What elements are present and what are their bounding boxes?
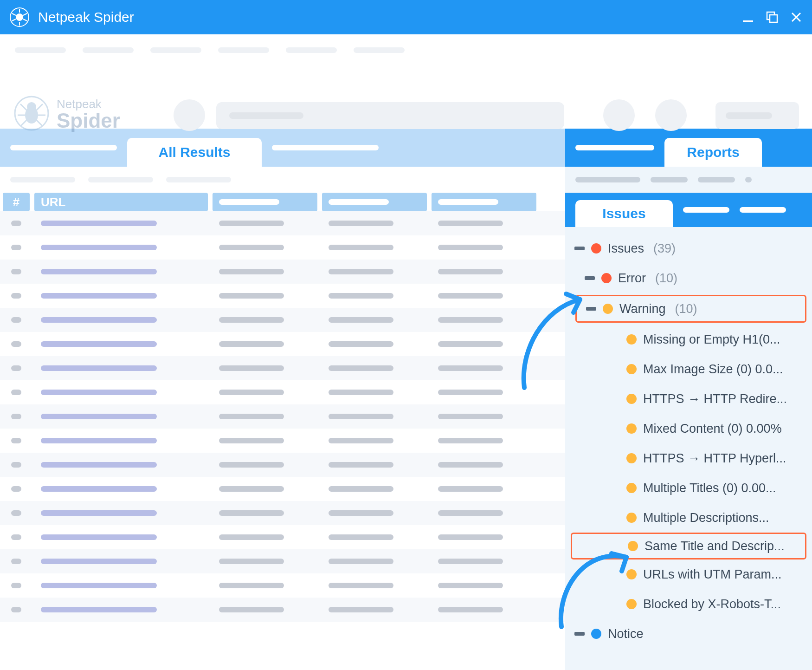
collapse-icon[interactable] xyxy=(574,247,585,250)
table-row[interactable] xyxy=(0,235,565,260)
error-dot-icon xyxy=(591,243,601,254)
issues-tab-bar: Issues xyxy=(565,193,812,227)
row-num xyxy=(3,481,30,497)
tab-placeholder[interactable] xyxy=(740,207,786,213)
tab-reports[interactable]: Reports xyxy=(664,138,762,167)
toolbar-button-placeholder[interactable] xyxy=(603,99,635,131)
tree-item-label: Missing or Empty H1(0... xyxy=(643,332,780,347)
table-row[interactable] xyxy=(0,404,565,429)
row-cell xyxy=(213,481,317,497)
row-cell xyxy=(432,553,536,570)
tree-root-issues[interactable]: Issues (39) xyxy=(571,234,806,263)
results-panel: All Results # URL xyxy=(0,129,565,670)
table-row[interactable] xyxy=(0,573,565,598)
toolbar-dropdown-placeholder[interactable] xyxy=(715,102,799,129)
table-header-row: # URL xyxy=(0,193,565,211)
url-input-placeholder[interactable] xyxy=(216,102,564,129)
tree-item-warning[interactable]: Multiple Descriptions... xyxy=(571,503,806,533)
row-cell xyxy=(213,215,317,232)
row-cell xyxy=(213,456,317,473)
table-row[interactable] xyxy=(0,453,565,477)
side-tab-bar: Reports xyxy=(565,129,812,167)
collapse-icon[interactable] xyxy=(586,307,596,311)
table-row[interactable] xyxy=(0,380,565,404)
row-cell xyxy=(432,336,536,352)
minimize-button[interactable] xyxy=(741,11,754,24)
tree-item-warning[interactable]: Mixed Content (0) 0.00% xyxy=(571,414,806,443)
row-num xyxy=(3,505,30,521)
brand-text-bottom: Spider xyxy=(57,111,120,130)
tree-item-warning[interactable]: Blocked by X-Robots-T... xyxy=(571,589,806,619)
row-url xyxy=(34,601,208,618)
tree-node-error[interactable]: Error (10) xyxy=(571,263,806,293)
collapse-icon[interactable] xyxy=(574,632,585,636)
row-num xyxy=(3,456,30,473)
tab-placeholder[interactable] xyxy=(272,145,379,150)
table-row[interactable] xyxy=(0,477,565,501)
warning-dot-icon xyxy=(626,483,637,493)
tree-item-label: Blocked by X-Robots-T... xyxy=(643,597,781,611)
toolbar-button-placeholder[interactable] xyxy=(655,99,687,131)
table-row[interactable] xyxy=(0,308,565,332)
table-row[interactable] xyxy=(0,260,565,284)
row-cell xyxy=(322,408,427,425)
tree-node-notice[interactable]: Notice xyxy=(571,619,806,649)
row-cell xyxy=(322,215,427,232)
results-filter-bar xyxy=(0,167,565,193)
tree-item-warning[interactable]: HTTPS → HTTP Redire... xyxy=(571,384,806,414)
error-dot-icon xyxy=(601,273,612,283)
tree-item-warning[interactable]: Max Image Size (0) 0.0... xyxy=(571,354,806,384)
maximize-button[interactable] xyxy=(766,11,779,24)
warning-dot-icon xyxy=(626,599,637,609)
tab-placeholder[interactable] xyxy=(575,145,654,150)
tab-all-results[interactable]: All Results xyxy=(127,138,262,167)
row-cell xyxy=(432,601,536,618)
row-num xyxy=(3,553,30,570)
tab-issues[interactable]: Issues xyxy=(575,200,673,227)
row-cell xyxy=(213,360,317,377)
toolbar-button-placeholder[interactable] xyxy=(174,99,205,131)
table-header-col[interactable] xyxy=(432,193,536,211)
row-num xyxy=(3,239,30,256)
tree-item-warning[interactable]: HTTPS → HTTP Hyperl... xyxy=(571,443,806,473)
row-cell xyxy=(213,577,317,594)
table-header-url[interactable]: URL xyxy=(34,193,208,211)
spider-logo-icon xyxy=(13,95,50,132)
svg-rect-2 xyxy=(743,20,753,22)
warning-dot-icon xyxy=(628,541,638,551)
table-row[interactable] xyxy=(0,549,565,573)
warning-dot-icon xyxy=(626,394,637,404)
table-row[interactable] xyxy=(0,211,565,235)
tree-item-warning[interactable]: Same Title and Descrip... xyxy=(571,533,806,559)
table-row[interactable] xyxy=(0,598,565,622)
row-url xyxy=(34,312,208,328)
table-row[interactable] xyxy=(0,284,565,308)
row-cell xyxy=(213,601,317,618)
table-row[interactable] xyxy=(0,332,565,356)
tree-item-warning[interactable]: Multiple Titles (0) 0.00... xyxy=(571,473,806,503)
collapse-icon[interactable] xyxy=(585,276,595,280)
table-row[interactable] xyxy=(0,525,565,549)
tree-node-warning[interactable]: Warning (10) xyxy=(575,295,806,323)
warning-dot-icon xyxy=(626,423,637,434)
table-header-num[interactable]: # xyxy=(3,193,30,211)
row-cell xyxy=(322,239,427,256)
tree-item-label: Same Title and Descrip... xyxy=(644,539,785,553)
table-row[interactable] xyxy=(0,356,565,380)
row-cell xyxy=(322,287,427,304)
tree-item-warning[interactable]: URLs with UTM Param... xyxy=(571,559,806,589)
svg-point-1 xyxy=(16,13,23,21)
table-header-col[interactable] xyxy=(322,193,427,211)
tab-label: Reports xyxy=(687,144,739,160)
app-logo-icon xyxy=(9,7,30,27)
close-button[interactable] xyxy=(790,11,803,24)
tab-placeholder[interactable] xyxy=(683,207,729,213)
table-row[interactable] xyxy=(0,501,565,525)
tree-item-warning[interactable]: Missing or Empty H1(0... xyxy=(571,325,806,354)
table-row[interactable] xyxy=(0,429,565,453)
row-num xyxy=(3,408,30,425)
table-header-col[interactable] xyxy=(213,193,317,211)
tab-placeholder[interactable] xyxy=(10,145,117,150)
row-cell xyxy=(432,481,536,497)
row-cell xyxy=(432,408,536,425)
